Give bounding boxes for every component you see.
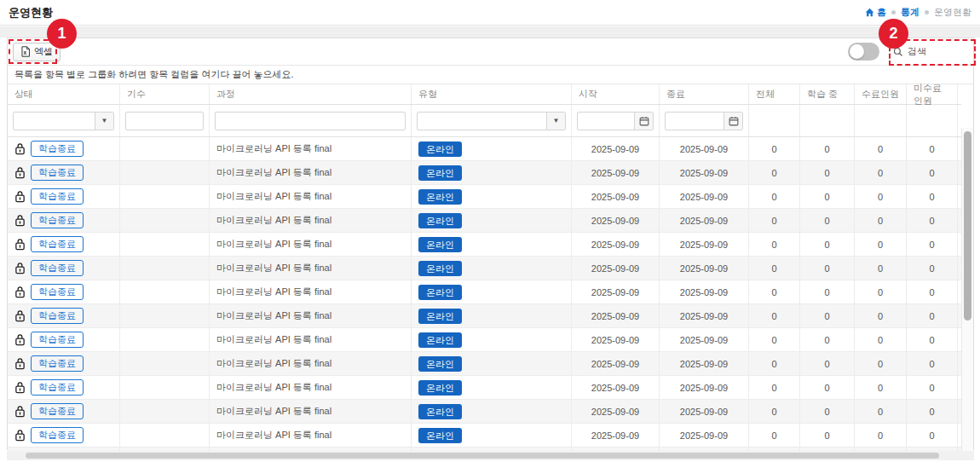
filter-text-status[interactable] bbox=[14, 113, 95, 130]
search-box[interactable]: 검색 bbox=[888, 42, 965, 61]
type-badge-online[interactable]: 온라인 bbox=[418, 165, 462, 181]
column-header-cohort[interactable]: 기수 bbox=[120, 84, 210, 104]
cell-type: 온라인 bbox=[412, 280, 572, 303]
learning-end-button[interactable]: 학습종료 bbox=[31, 188, 84, 205]
horizontal-scrollbar-thumb[interactable] bbox=[26, 453, 939, 459]
cell-status: 학습종료 bbox=[8, 424, 120, 447]
lock-icon bbox=[14, 166, 26, 179]
filter-text-start[interactable] bbox=[578, 113, 634, 130]
filter-text-end[interactable] bbox=[666, 113, 723, 130]
type-badge-online[interactable]: 온라인 bbox=[418, 189, 462, 205]
learning-end-button[interactable]: 학습종료 bbox=[31, 260, 84, 276]
cell-type: 온라인 bbox=[412, 328, 572, 351]
lock-icon bbox=[14, 286, 26, 298]
cell-learning: 0 bbox=[800, 304, 855, 327]
column-header-completed[interactable]: 수료인원 bbox=[855, 84, 907, 104]
type-badge-online[interactable]: 온라인 bbox=[418, 213, 462, 228]
filter-input-course[interactable] bbox=[215, 112, 406, 130]
vertical-scrollbar[interactable] bbox=[961, 128, 973, 451]
filter-input-start[interactable] bbox=[577, 112, 654, 130]
type-badge-online[interactable]: 온라인 bbox=[418, 356, 462, 372]
calendar-icon[interactable] bbox=[634, 113, 653, 130]
column-header-total[interactable]: 전체 bbox=[749, 84, 800, 104]
column-header-start[interactable]: 시작 bbox=[572, 84, 660, 104]
type-badge-online[interactable]: 온라인 bbox=[418, 237, 462, 252]
column-header-status[interactable]: 상태 bbox=[8, 84, 120, 104]
learning-end-button[interactable]: 학습종료 bbox=[31, 332, 84, 348]
type-badge-online[interactable]: 온라인 bbox=[418, 404, 462, 419]
breadcrumb-home[interactable]: 홈 bbox=[865, 6, 886, 19]
filter-input-status[interactable]: ▼ bbox=[13, 112, 114, 130]
grid-body: 학습종료마이크로러닝 API 등록 final온라인2025-09-092025… bbox=[8, 137, 961, 452]
cell-end: 2025-09-09 bbox=[660, 352, 749, 375]
type-badge-online[interactable]: 온라인 bbox=[418, 332, 462, 348]
type-badge-online[interactable]: 온라인 bbox=[418, 261, 462, 276]
learning-end-button[interactable]: 학습종료 bbox=[31, 284, 84, 300]
filter-input-end[interactable] bbox=[665, 112, 743, 130]
cell-type: 온라인 bbox=[412, 304, 572, 327]
horizontal-scrollbar[interactable] bbox=[7, 451, 974, 460]
learning-end-button[interactable]: 학습종료 bbox=[31, 403, 84, 419]
cell-completed: 0 bbox=[855, 257, 907, 280]
column-header-incomplete[interactable]: 미수료인원 bbox=[907, 84, 958, 104]
learning-end-button[interactable]: 학습종료 bbox=[31, 308, 84, 324]
excel-export-button[interactable]: x 엑셀 bbox=[13, 43, 61, 61]
filter-text-cohort[interactable] bbox=[126, 113, 203, 130]
group-hint-text: 목록을 항목 별로 그룹화 하려면 항목 컬럼을 여기다 끌어 놓으세요. bbox=[14, 68, 294, 81]
cell-learning: 0 bbox=[800, 185, 855, 208]
cell-learning: 0 bbox=[800, 376, 855, 399]
learning-end-button[interactable]: 학습종료 bbox=[31, 212, 84, 228]
type-badge-online[interactable]: 온라인 bbox=[418, 309, 462, 324]
vertical-scrollbar-thumb[interactable] bbox=[964, 131, 971, 321]
cell-learning: 0 bbox=[800, 424, 855, 447]
cell-type: 온라인 bbox=[412, 185, 572, 208]
cell-status: 학습종료 bbox=[8, 209, 120, 232]
group-by-drop-zone[interactable]: 목록을 항목 별로 그룹화 하려면 항목 컬럼을 여기다 끌어 놓으세요. bbox=[8, 66, 973, 84]
cell-start: 2025-09-09 bbox=[572, 185, 660, 208]
toggle-knob bbox=[850, 44, 864, 59]
learning-end-button[interactable]: 학습종료 bbox=[31, 427, 84, 443]
breadcrumb-stats[interactable]: 통계 bbox=[901, 6, 919, 19]
dropdown-arrow-icon[interactable]: ▼ bbox=[546, 113, 565, 130]
learning-end-button[interactable]: 학습종료 bbox=[31, 165, 84, 181]
column-header-learning[interactable]: 학습 중 bbox=[800, 84, 855, 104]
learning-end-button[interactable]: 학습종료 bbox=[31, 141, 84, 157]
filter-text-course[interactable] bbox=[216, 113, 405, 130]
column-header-end[interactable]: 종료 bbox=[660, 84, 749, 104]
learning-end-button[interactable]: 학습종료 bbox=[31, 355, 84, 372]
type-badge-online[interactable]: 온라인 bbox=[418, 380, 462, 396]
cell-course: 마이크로러닝 API 등록 final bbox=[210, 352, 412, 375]
page-background-strip bbox=[0, 26, 980, 38]
cell-course: 마이크로러닝 API 등록 final bbox=[210, 161, 412, 184]
filter-input-type[interactable]: ▼ bbox=[417, 112, 566, 130]
type-badge-online[interactable]: 온라인 bbox=[418, 428, 462, 443]
type-badge-online[interactable]: 온라인 bbox=[418, 285, 462, 300]
column-header-course[interactable]: 과정 bbox=[210, 84, 412, 104]
search-toggle[interactable] bbox=[848, 43, 879, 61]
dropdown-arrow-icon[interactable]: ▼ bbox=[95, 113, 113, 130]
grid-rows-viewport: 학습종료마이크로러닝 API 등록 final온라인2025-09-092025… bbox=[8, 137, 961, 452]
lock-icon bbox=[14, 214, 26, 227]
filter-input-cohort[interactable] bbox=[125, 112, 204, 130]
cell-completed: 0 bbox=[855, 328, 907, 351]
type-badge-online[interactable]: 온라인 bbox=[418, 141, 462, 157]
lock-icon bbox=[14, 238, 26, 251]
cell-start: 2025-09-09 bbox=[572, 233, 660, 256]
cell-end: 2025-09-09 bbox=[660, 304, 749, 327]
cell-learning: 0 bbox=[800, 257, 855, 280]
learning-end-button[interactable]: 학습종료 bbox=[31, 379, 84, 396]
lock-icon bbox=[14, 357, 26, 370]
cell-total: 0 bbox=[749, 233, 800, 256]
cell-completed: 0 bbox=[855, 400, 907, 423]
toolbar-right: 검색 bbox=[848, 42, 968, 61]
cell-cohort bbox=[120, 280, 210, 303]
cell-status: 학습종료 bbox=[8, 376, 120, 399]
column-header-type[interactable]: 유형 bbox=[412, 84, 572, 104]
cell-type: 온라인 bbox=[412, 137, 572, 160]
calendar-icon[interactable] bbox=[723, 113, 742, 130]
filter-cell-incomplete bbox=[907, 105, 958, 136]
cell-status: 학습종료 bbox=[8, 233, 120, 256]
filter-text-type[interactable] bbox=[418, 113, 546, 130]
table-row: 학습종료마이크로러닝 API 등록 final온라인2025-09-092025… bbox=[8, 137, 961, 161]
learning-end-button[interactable]: 학습종료 bbox=[31, 236, 84, 252]
